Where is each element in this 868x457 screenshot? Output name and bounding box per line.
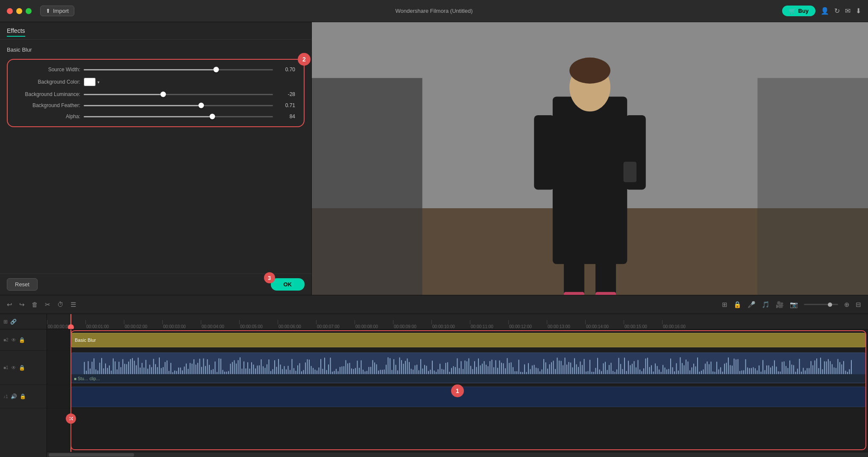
video-eye-icon[interactable]: 👁 (11, 365, 16, 371)
svg-rect-97 (242, 369, 243, 374)
svg-rect-272 (578, 367, 579, 374)
bg-feather-value: 0.71 (276, 102, 295, 108)
alpha-row: Alpha: 84 (16, 114, 295, 119)
horizontal-scrollbar[interactable] (47, 452, 868, 457)
svg-rect-264 (563, 365, 563, 374)
svg-rect-150 (343, 366, 344, 374)
zoom-reset-icon[interactable]: ⊕ (844, 301, 850, 309)
svg-rect-375 (776, 367, 777, 374)
ruler-mark-6: 00:00:06:00 (278, 320, 316, 329)
video-clip[interactable]: ■ Stu… clip… (71, 352, 866, 383)
grid-toggle-icon[interactable]: ⊞ (3, 319, 8, 325)
svg-rect-199 (438, 369, 439, 374)
scrollbar-thumb[interactable] (49, 453, 134, 457)
svg-rect-137 (319, 367, 320, 374)
svg-rect-323 (676, 363, 677, 374)
svg-rect-255 (545, 362, 546, 374)
svg-rect-138 (320, 359, 321, 374)
svg-rect-355 (738, 359, 739, 374)
cut-icon[interactable]: ✂ (45, 301, 50, 309)
svg-rect-91 (230, 364, 231, 374)
zoom-thumb[interactable] (828, 303, 832, 307)
svg-rect-214 (466, 361, 467, 374)
svg-rect-396 (816, 358, 817, 374)
svg-rect-46 (144, 367, 144, 374)
link-icon[interactable]: 🔗 (10, 319, 17, 325)
refresh-icon[interactable]: ↻ (834, 7, 840, 15)
camera-icon[interactable]: 📷 (790, 301, 798, 309)
svg-rect-157 (357, 361, 358, 374)
bg-feather-track (84, 105, 273, 106)
audio-lock-icon[interactable]: 🔒 (20, 393, 26, 399)
svg-rect-226 (490, 361, 490, 374)
delete-icon[interactable]: 🗑 (32, 301, 38, 308)
svg-rect-99 (246, 368, 246, 374)
color-swatch[interactable] (84, 78, 96, 86)
lock-icon[interactable]: 🔒 (733, 301, 742, 309)
zoom-slider[interactable] (804, 304, 838, 305)
svg-rect-184 (409, 362, 410, 374)
svg-rect-267 (569, 362, 569, 374)
svg-rect-339 (707, 361, 708, 374)
svg-rect-401 (826, 361, 827, 374)
svg-rect-390 (805, 370, 806, 374)
list-icon[interactable]: ☰ (70, 301, 76, 309)
params-box: 2 Source Width: 0.70 Background Color: (7, 59, 305, 127)
minimize-button[interactable] (16, 8, 22, 14)
audio-track-num: ♪1 (3, 394, 8, 399)
svg-rect-60 (170, 363, 171, 374)
audio-vol-icon[interactable]: 🔊 (11, 393, 17, 399)
svg-rect-320 (670, 358, 671, 374)
svg-rect-180 (401, 360, 402, 374)
audio-clip[interactable] (71, 387, 866, 407)
svg-rect-286 (605, 362, 606, 374)
mail-icon[interactable]: ✉ (845, 7, 850, 15)
svg-rect-352 (732, 366, 733, 374)
svg-rect-62 (174, 370, 175, 374)
close-button[interactable] (7, 8, 13, 14)
svg-rect-113 (273, 369, 273, 374)
color-dropdown-icon[interactable]: ▾ (97, 80, 100, 84)
reset-button[interactable]: Reset (7, 278, 38, 291)
music-icon[interactable]: 🎵 (762, 301, 770, 309)
track-controls-header: ⊞ 🔗 (0, 314, 47, 329)
app-title: Wondershare Filmora (Untitled) (395, 8, 472, 14)
maximize-button[interactable] (26, 8, 32, 14)
profile-icon[interactable]: 👤 (821, 7, 829, 15)
svg-rect-187 (415, 365, 416, 374)
video-icon[interactable]: 🎥 (776, 301, 784, 309)
svg-rect-155 (353, 369, 354, 374)
video-lock-icon[interactable]: 🔒 (19, 365, 25, 371)
svg-rect-326 (682, 363, 683, 374)
import-button[interactable]: ⬆ Import (40, 6, 74, 16)
svg-rect-258 (551, 362, 552, 374)
svg-rect-259 (553, 361, 554, 374)
svg-rect-43 (138, 358, 139, 374)
download-icon[interactable]: ⬇ (856, 7, 861, 15)
effect-clip[interactable]: Basic Blur (71, 333, 866, 347)
effects-tab-label[interactable]: Effects (7, 27, 25, 37)
mic-icon[interactable]: 🎤 (748, 301, 756, 309)
grid-icon[interactable]: ⊞ (722, 301, 727, 309)
buy-button[interactable]: 🛒 Buy (782, 6, 815, 16)
bg-feather-thumb[interactable] (198, 103, 204, 108)
redo-icon[interactable]: ↪ (19, 301, 25, 309)
svg-rect-218 (474, 361, 475, 374)
playhead-marker[interactable] (68, 324, 74, 329)
svg-rect-221 (480, 365, 481, 374)
svg-rect-176 (393, 359, 394, 374)
alpha-thumb[interactable] (210, 114, 215, 119)
bg-luminance-fill (84, 94, 163, 95)
svg-rect-32 (117, 369, 117, 374)
effect-lock-icon[interactable]: 🔒 (19, 337, 25, 343)
bg-luminance-thumb[interactable] (161, 92, 166, 97)
timer-icon[interactable]: ⏱ (57, 301, 64, 308)
panel-toggle-icon[interactable]: ⊟ (856, 301, 861, 309)
undo-icon[interactable]: ↩ (7, 301, 12, 309)
svg-rect-195 (430, 370, 431, 374)
source-width-thumb[interactable] (214, 67, 219, 73)
ok-button[interactable]: OK (271, 278, 305, 291)
ruler-mark-0: 00:00:00:00 (47, 320, 85, 329)
effect-eye-icon[interactable]: 👁 (11, 337, 16, 343)
ruler-mark-5: 00:00:05:00 (239, 320, 278, 329)
